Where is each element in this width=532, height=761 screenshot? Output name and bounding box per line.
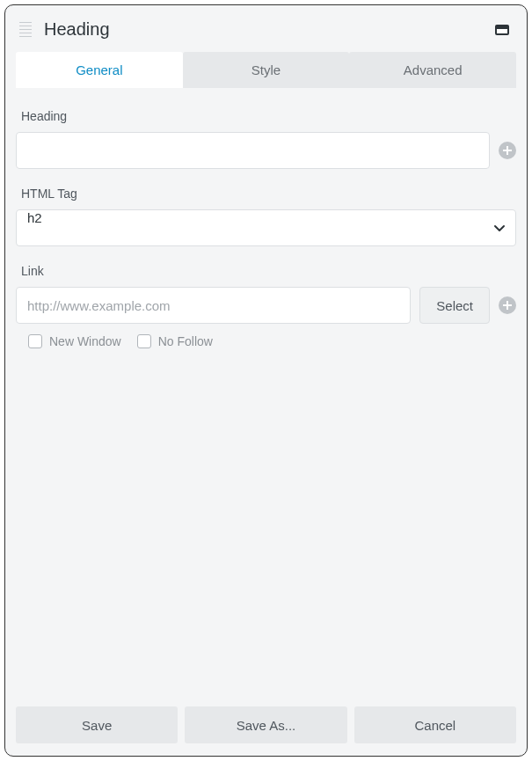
link-add-icon[interactable]: [499, 296, 516, 314]
link-select-button[interactable]: Select: [419, 287, 490, 324]
cancel-button[interactable]: Cancel: [354, 706, 516, 743]
new-window-checkbox[interactable]: New Window: [28, 334, 121, 348]
html-tag-group: HTML Tag h2: [16, 187, 516, 246]
heading-group: Heading: [16, 109, 516, 169]
no-follow-label: No Follow: [158, 334, 213, 348]
heading-label: Heading: [16, 109, 516, 123]
link-label: Link: [16, 264, 516, 278]
panel-content: Heading HTML Tag h2 Link: [5, 88, 527, 706]
panel-footer: Save Save As... Cancel: [5, 706, 527, 756]
settings-panel: Heading General Style Advanced Heading H…: [4, 4, 528, 757]
tab-bar: General Style Advanced: [16, 52, 516, 88]
link-input[interactable]: [16, 287, 411, 324]
save-button[interactable]: Save: [16, 706, 178, 743]
html-tag-select[interactable]: h2: [16, 209, 516, 246]
checkbox-box-icon: [28, 334, 42, 348]
link-group: Link Select New Window No Follow: [16, 264, 516, 348]
panel-header: Heading: [5, 5, 527, 52]
save-as-button[interactable]: Save As...: [185, 706, 346, 743]
window-icon[interactable]: [495, 25, 509, 35]
heading-input[interactable]: [16, 132, 490, 169]
tab-style[interactable]: Style: [183, 52, 350, 88]
panel-title: Heading: [44, 19, 485, 40]
checkbox-box-icon: [137, 334, 151, 348]
new-window-label: New Window: [49, 334, 121, 348]
drag-handle-icon[interactable]: [19, 22, 33, 37]
html-tag-label: HTML Tag: [16, 187, 516, 201]
heading-add-icon[interactable]: [499, 142, 516, 159]
tab-general[interactable]: General: [16, 52, 183, 88]
no-follow-checkbox[interactable]: No Follow: [137, 334, 213, 348]
tab-advanced[interactable]: Advanced: [349, 52, 516, 88]
